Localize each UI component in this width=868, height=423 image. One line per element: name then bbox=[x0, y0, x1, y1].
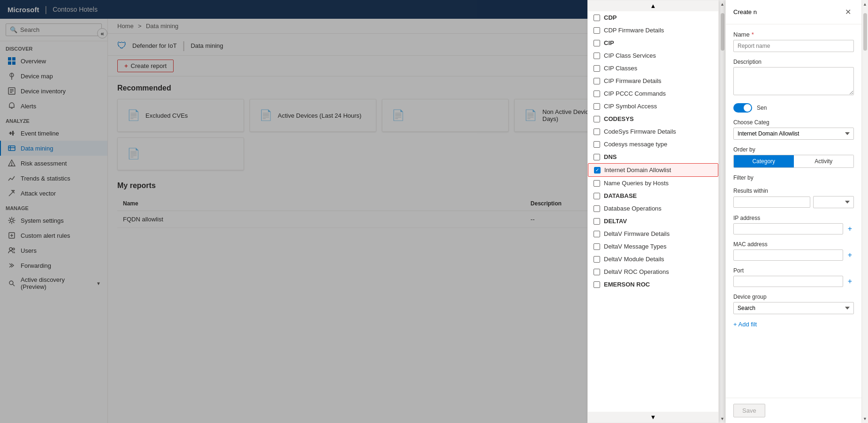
mac-address-input[interactable] bbox=[733, 249, 843, 261]
results-within-input-left[interactable] bbox=[733, 196, 810, 208]
deltav-roc-checkbox[interactable] bbox=[594, 269, 600, 275]
order-by-label: Order by bbox=[733, 146, 854, 153]
right-scrollbar-down[interactable]: ▼ bbox=[863, 415, 867, 423]
item-name-queries-by-hosts[interactable]: Name Queries by Hosts bbox=[588, 177, 718, 189]
panel-container: ▲ CDP CDP Firmware Details CIP CIP Class… bbox=[587, 0, 868, 423]
item-label: CodeSys Firmware Details bbox=[604, 128, 676, 135]
close-panel-button[interactable]: ✕ bbox=[842, 7, 854, 17]
toggle-thumb bbox=[744, 104, 751, 112]
cdp-checkbox[interactable] bbox=[594, 15, 600, 21]
item-label: CIP Classes bbox=[604, 65, 637, 72]
group-database[interactable]: DATABASE bbox=[588, 189, 718, 202]
item-deltav-module-details[interactable]: DeltaV Module Details bbox=[588, 253, 718, 265]
scrollbar-down-arrow[interactable]: ▼ bbox=[720, 415, 724, 423]
database-checkbox[interactable] bbox=[594, 193, 600, 199]
group-label: CDP bbox=[604, 14, 617, 21]
category-dropdown-list[interactable]: ▲ CDP CDP Firmware Details CIP CIP Class… bbox=[587, 0, 719, 423]
vertical-scrollbar[interactable]: ▲ ▼ bbox=[719, 0, 725, 423]
item-deltav-message-types[interactable]: DeltaV Message Types bbox=[588, 240, 718, 253]
codesys-checkbox[interactable] bbox=[594, 116, 600, 122]
device-group-select[interactable]: Search bbox=[733, 302, 854, 314]
port-input[interactable] bbox=[733, 276, 843, 287]
cip-firmware-details-checkbox[interactable] bbox=[594, 78, 600, 84]
scroll-down-button[interactable]: ▼ bbox=[588, 412, 718, 423]
add-filter-link[interactable]: + Add filt bbox=[733, 321, 854, 328]
sensitive-toggle-row: Sen bbox=[733, 103, 854, 113]
device-group-field: Device group Search bbox=[733, 294, 854, 314]
tab-activity[interactable]: Activity bbox=[794, 155, 854, 167]
group-codesys[interactable]: CODESYS bbox=[588, 113, 718, 125]
item-internet-domain-allowlist[interactable]: ✓ Internet Domain Allowlist bbox=[588, 163, 718, 177]
cip-classes-checkbox[interactable] bbox=[594, 65, 600, 72]
name-input[interactable] bbox=[733, 40, 854, 52]
item-deltav-roc-operations[interactable]: DeltaV ROC Operations bbox=[588, 265, 718, 278]
sensitive-toggle[interactable] bbox=[733, 103, 752, 113]
right-scrollbar[interactable]: ▲ ▼ bbox=[861, 0, 868, 423]
port-add-button[interactable]: + bbox=[846, 276, 854, 287]
group-emerson-roc[interactable]: EMERSON ROC bbox=[588, 278, 718, 291]
item-database-operations[interactable]: Database Operations bbox=[588, 202, 718, 215]
deltav-module-checkbox[interactable] bbox=[594, 256, 600, 263]
item-cip-pccc-commands[interactable]: CIP PCCC Commands bbox=[588, 87, 718, 100]
group-cip[interactable]: CIP bbox=[588, 37, 718, 49]
ip-address-add-button[interactable]: + bbox=[846, 224, 854, 234]
name-label: Name * bbox=[733, 31, 854, 38]
ip-address-input[interactable] bbox=[733, 223, 843, 234]
category-select-wrapper: Internet Domain Allowlist bbox=[733, 128, 854, 140]
cdp-firmware-checkbox[interactable] bbox=[594, 27, 600, 34]
right-scrollbar-up[interactable]: ▲ bbox=[863, 0, 867, 8]
tab-category[interactable]: Category bbox=[734, 155, 794, 167]
port-field: Port + bbox=[733, 267, 854, 287]
right-scrollbar-thumb[interactable] bbox=[863, 13, 867, 51]
mac-address-add-button[interactable]: + bbox=[846, 250, 854, 260]
item-deltav-firmware[interactable]: DeltaV Firmware Details bbox=[588, 227, 718, 240]
cip-class-services-checkbox[interactable] bbox=[594, 53, 600, 59]
deltav-checkbox[interactable] bbox=[594, 218, 600, 225]
item-cip-symbol-access[interactable]: CIP Symbol Access bbox=[588, 100, 718, 113]
save-button[interactable]: Save bbox=[733, 404, 765, 417]
item-label: CIP Symbol Access bbox=[604, 103, 657, 110]
item-codesys-firmware[interactable]: CodeSys Firmware Details bbox=[588, 125, 718, 138]
cip-symbol-checkbox[interactable] bbox=[594, 103, 600, 110]
group-dns[interactable]: DNS bbox=[588, 151, 718, 163]
scrollbar-up-arrow[interactable]: ▲ bbox=[720, 0, 724, 8]
item-cdp-firmware-details[interactable]: CDP Firmware Details bbox=[588, 24, 718, 37]
scroll-up-button[interactable]: ▲ bbox=[588, 0, 718, 11]
right-scrollbar-track[interactable] bbox=[863, 8, 867, 415]
results-within-select[interactable] bbox=[813, 196, 854, 208]
group-cdp[interactable]: CDP bbox=[588, 11, 718, 24]
create-report-panel: Create n ✕ Name * Description bbox=[725, 0, 861, 423]
item-cip-classes[interactable]: CIP Classes bbox=[588, 62, 718, 75]
codesys-message-checkbox[interactable] bbox=[594, 141, 600, 148]
category-field: Choose Categ Internet Domain Allowlist bbox=[733, 119, 854, 140]
item-label: CIP Class Services bbox=[604, 52, 656, 59]
dropdown-scroll-area[interactable]: CDP CDP Firmware Details CIP CIP Class S… bbox=[588, 11, 718, 412]
sensitive-label: Sen bbox=[757, 105, 767, 111]
category-select[interactable]: Internet Domain Allowlist bbox=[733, 128, 854, 140]
scrollbar-thumb[interactable] bbox=[721, 13, 724, 51]
group-label: DATABASE bbox=[604, 192, 637, 199]
deltav-message-checkbox[interactable] bbox=[594, 243, 600, 250]
group-deltav[interactable]: DELTAV bbox=[588, 215, 718, 227]
item-codesys-message-type[interactable]: Codesys message type bbox=[588, 138, 718, 151]
port-label: Port bbox=[733, 267, 854, 274]
order-by-tabs: Category Activity bbox=[733, 155, 854, 168]
scrollbar-track[interactable] bbox=[721, 8, 724, 415]
internet-domain-checkbox[interactable]: ✓ bbox=[594, 167, 601, 174]
port-row: + bbox=[733, 276, 854, 287]
deltav-firmware-checkbox[interactable] bbox=[594, 231, 600, 237]
item-cip-class-services[interactable]: CIP Class Services bbox=[588, 49, 718, 62]
item-label: CIP PCCC Commands bbox=[604, 90, 666, 97]
cip-checkbox[interactable] bbox=[594, 40, 600, 46]
order-by-field: Order by Category Activity bbox=[733, 146, 854, 168]
codesys-firmware-checkbox[interactable] bbox=[594, 128, 600, 135]
cip-pccc-checkbox[interactable] bbox=[594, 91, 600, 97]
database-ops-checkbox[interactable] bbox=[594, 205, 600, 212]
item-cip-firmware-details[interactable]: CIP Firmware Details bbox=[588, 75, 718, 87]
emerson-checkbox[interactable] bbox=[594, 281, 600, 288]
dns-checkbox[interactable] bbox=[594, 154, 600, 160]
device-group-label: Device group bbox=[733, 294, 854, 300]
item-label: Internet Domain Allowlist bbox=[604, 166, 671, 174]
name-queries-checkbox[interactable] bbox=[594, 180, 600, 187]
description-textarea[interactable] bbox=[733, 67, 854, 95]
